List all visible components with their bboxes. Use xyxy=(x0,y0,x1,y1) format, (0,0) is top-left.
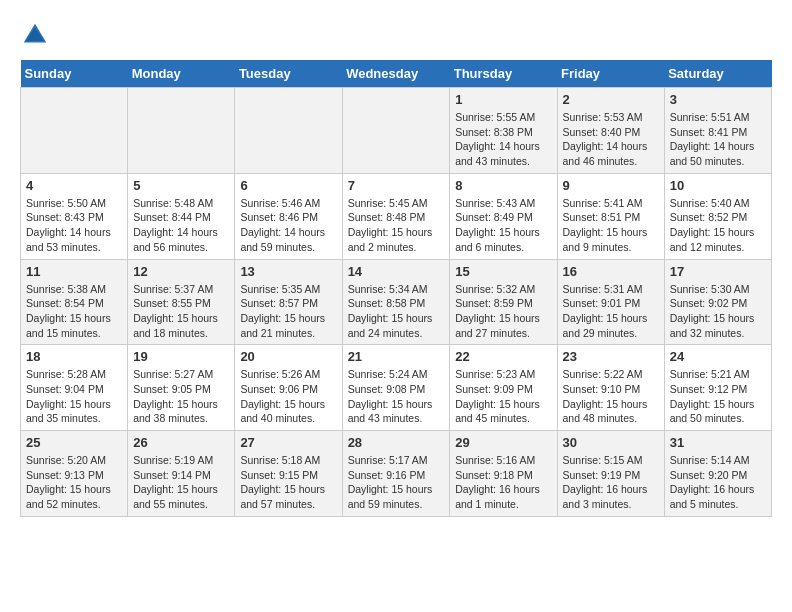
calendar-cell: 1Sunrise: 5:55 AM Sunset: 8:38 PM Daylig… xyxy=(450,88,557,174)
day-number: 1 xyxy=(455,92,551,107)
day-number: 22 xyxy=(455,349,551,364)
day-info: Sunrise: 5:34 AM Sunset: 8:58 PM Dayligh… xyxy=(348,282,445,341)
day-header-thursday: Thursday xyxy=(450,60,557,88)
calendar-week-row: 25Sunrise: 5:20 AM Sunset: 9:13 PM Dayli… xyxy=(21,431,772,517)
calendar-cell: 27Sunrise: 5:18 AM Sunset: 9:15 PM Dayli… xyxy=(235,431,342,517)
day-info: Sunrise: 5:26 AM Sunset: 9:06 PM Dayligh… xyxy=(240,367,336,426)
day-number: 12 xyxy=(133,264,229,279)
logo-icon xyxy=(20,20,50,50)
calendar-week-row: 4Sunrise: 5:50 AM Sunset: 8:43 PM Daylig… xyxy=(21,173,772,259)
day-info: Sunrise: 5:17 AM Sunset: 9:16 PM Dayligh… xyxy=(348,453,445,512)
day-number: 18 xyxy=(26,349,122,364)
logo xyxy=(20,20,54,50)
calendar-cell: 12Sunrise: 5:37 AM Sunset: 8:55 PM Dayli… xyxy=(128,259,235,345)
day-info: Sunrise: 5:46 AM Sunset: 8:46 PM Dayligh… xyxy=(240,196,336,255)
day-info: Sunrise: 5:21 AM Sunset: 9:12 PM Dayligh… xyxy=(670,367,766,426)
day-header-friday: Friday xyxy=(557,60,664,88)
day-info: Sunrise: 5:40 AM Sunset: 8:52 PM Dayligh… xyxy=(670,196,766,255)
calendar-cell: 23Sunrise: 5:22 AM Sunset: 9:10 PM Dayli… xyxy=(557,345,664,431)
day-info: Sunrise: 5:51 AM Sunset: 8:41 PM Dayligh… xyxy=(670,110,766,169)
day-number: 9 xyxy=(563,178,659,193)
day-number: 11 xyxy=(26,264,122,279)
day-number: 21 xyxy=(348,349,445,364)
calendar-cell xyxy=(342,88,450,174)
day-number: 29 xyxy=(455,435,551,450)
day-info: Sunrise: 5:48 AM Sunset: 8:44 PM Dayligh… xyxy=(133,196,229,255)
calendar-cell: 19Sunrise: 5:27 AM Sunset: 9:05 PM Dayli… xyxy=(128,345,235,431)
day-info: Sunrise: 5:23 AM Sunset: 9:09 PM Dayligh… xyxy=(455,367,551,426)
calendar-cell: 30Sunrise: 5:15 AM Sunset: 9:19 PM Dayli… xyxy=(557,431,664,517)
calendar-cell xyxy=(21,88,128,174)
day-number: 20 xyxy=(240,349,336,364)
calendar-cell: 18Sunrise: 5:28 AM Sunset: 9:04 PM Dayli… xyxy=(21,345,128,431)
day-number: 5 xyxy=(133,178,229,193)
day-info: Sunrise: 5:55 AM Sunset: 8:38 PM Dayligh… xyxy=(455,110,551,169)
day-number: 26 xyxy=(133,435,229,450)
day-info: Sunrise: 5:32 AM Sunset: 8:59 PM Dayligh… xyxy=(455,282,551,341)
calendar-cell: 14Sunrise: 5:34 AM Sunset: 8:58 PM Dayli… xyxy=(342,259,450,345)
day-info: Sunrise: 5:18 AM Sunset: 9:15 PM Dayligh… xyxy=(240,453,336,512)
calendar-cell: 21Sunrise: 5:24 AM Sunset: 9:08 PM Dayli… xyxy=(342,345,450,431)
day-number: 6 xyxy=(240,178,336,193)
calendar-cell: 24Sunrise: 5:21 AM Sunset: 9:12 PM Dayli… xyxy=(664,345,771,431)
calendar-cell: 9Sunrise: 5:41 AM Sunset: 8:51 PM Daylig… xyxy=(557,173,664,259)
calendar-cell: 16Sunrise: 5:31 AM Sunset: 9:01 PM Dayli… xyxy=(557,259,664,345)
calendar-cell: 25Sunrise: 5:20 AM Sunset: 9:13 PM Dayli… xyxy=(21,431,128,517)
calendar-cell: 26Sunrise: 5:19 AM Sunset: 9:14 PM Dayli… xyxy=(128,431,235,517)
calendar-week-row: 18Sunrise: 5:28 AM Sunset: 9:04 PM Dayli… xyxy=(21,345,772,431)
day-number: 13 xyxy=(240,264,336,279)
day-info: Sunrise: 5:22 AM Sunset: 9:10 PM Dayligh… xyxy=(563,367,659,426)
day-info: Sunrise: 5:53 AM Sunset: 8:40 PM Dayligh… xyxy=(563,110,659,169)
calendar-cell: 8Sunrise: 5:43 AM Sunset: 8:49 PM Daylig… xyxy=(450,173,557,259)
day-info: Sunrise: 5:24 AM Sunset: 9:08 PM Dayligh… xyxy=(348,367,445,426)
day-number: 4 xyxy=(26,178,122,193)
calendar-cell: 4Sunrise: 5:50 AM Sunset: 8:43 PM Daylig… xyxy=(21,173,128,259)
calendar-cell: 31Sunrise: 5:14 AM Sunset: 9:20 PM Dayli… xyxy=(664,431,771,517)
day-number: 30 xyxy=(563,435,659,450)
calendar-cell xyxy=(235,88,342,174)
calendar-cell: 29Sunrise: 5:16 AM Sunset: 9:18 PM Dayli… xyxy=(450,431,557,517)
day-header-wednesday: Wednesday xyxy=(342,60,450,88)
calendar-week-row: 1Sunrise: 5:55 AM Sunset: 8:38 PM Daylig… xyxy=(21,88,772,174)
day-number: 16 xyxy=(563,264,659,279)
day-number: 25 xyxy=(26,435,122,450)
day-number: 15 xyxy=(455,264,551,279)
day-info: Sunrise: 5:50 AM Sunset: 8:43 PM Dayligh… xyxy=(26,196,122,255)
calendar-cell: 2Sunrise: 5:53 AM Sunset: 8:40 PM Daylig… xyxy=(557,88,664,174)
day-number: 23 xyxy=(563,349,659,364)
day-number: 8 xyxy=(455,178,551,193)
day-info: Sunrise: 5:30 AM Sunset: 9:02 PM Dayligh… xyxy=(670,282,766,341)
day-number: 24 xyxy=(670,349,766,364)
day-header-sunday: Sunday xyxy=(21,60,128,88)
day-number: 14 xyxy=(348,264,445,279)
calendar-cell: 10Sunrise: 5:40 AM Sunset: 8:52 PM Dayli… xyxy=(664,173,771,259)
calendar-cell xyxy=(128,88,235,174)
calendar-cell: 11Sunrise: 5:38 AM Sunset: 8:54 PM Dayli… xyxy=(21,259,128,345)
calendar-week-row: 11Sunrise: 5:38 AM Sunset: 8:54 PM Dayli… xyxy=(21,259,772,345)
calendar-cell: 7Sunrise: 5:45 AM Sunset: 8:48 PM Daylig… xyxy=(342,173,450,259)
day-info: Sunrise: 5:14 AM Sunset: 9:20 PM Dayligh… xyxy=(670,453,766,512)
day-number: 3 xyxy=(670,92,766,107)
calendar-cell: 3Sunrise: 5:51 AM Sunset: 8:41 PM Daylig… xyxy=(664,88,771,174)
calendar-cell: 13Sunrise: 5:35 AM Sunset: 8:57 PM Dayli… xyxy=(235,259,342,345)
day-info: Sunrise: 5:41 AM Sunset: 8:51 PM Dayligh… xyxy=(563,196,659,255)
day-info: Sunrise: 5:27 AM Sunset: 9:05 PM Dayligh… xyxy=(133,367,229,426)
day-info: Sunrise: 5:43 AM Sunset: 8:49 PM Dayligh… xyxy=(455,196,551,255)
calendar-header-row: SundayMondayTuesdayWednesdayThursdayFrid… xyxy=(21,60,772,88)
day-number: 2 xyxy=(563,92,659,107)
day-number: 17 xyxy=(670,264,766,279)
day-number: 10 xyxy=(670,178,766,193)
calendar-cell: 15Sunrise: 5:32 AM Sunset: 8:59 PM Dayli… xyxy=(450,259,557,345)
day-info: Sunrise: 5:35 AM Sunset: 8:57 PM Dayligh… xyxy=(240,282,336,341)
day-info: Sunrise: 5:31 AM Sunset: 9:01 PM Dayligh… xyxy=(563,282,659,341)
day-info: Sunrise: 5:37 AM Sunset: 8:55 PM Dayligh… xyxy=(133,282,229,341)
day-info: Sunrise: 5:28 AM Sunset: 9:04 PM Dayligh… xyxy=(26,367,122,426)
day-header-tuesday: Tuesday xyxy=(235,60,342,88)
day-info: Sunrise: 5:16 AM Sunset: 9:18 PM Dayligh… xyxy=(455,453,551,512)
calendar-cell: 28Sunrise: 5:17 AM Sunset: 9:16 PM Dayli… xyxy=(342,431,450,517)
calendar-cell: 17Sunrise: 5:30 AM Sunset: 9:02 PM Dayli… xyxy=(664,259,771,345)
calendar-cell: 6Sunrise: 5:46 AM Sunset: 8:46 PM Daylig… xyxy=(235,173,342,259)
day-info: Sunrise: 5:45 AM Sunset: 8:48 PM Dayligh… xyxy=(348,196,445,255)
calendar-table: SundayMondayTuesdayWednesdayThursdayFrid… xyxy=(20,60,772,517)
day-header-saturday: Saturday xyxy=(664,60,771,88)
